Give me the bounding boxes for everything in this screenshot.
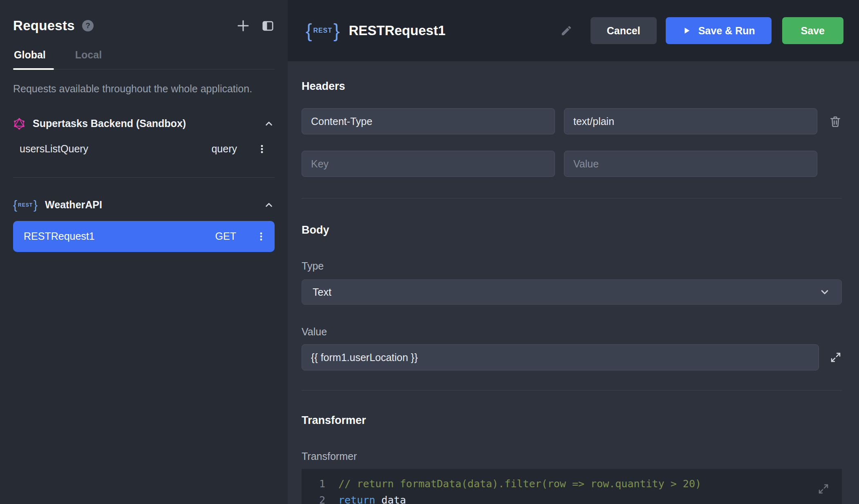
group-name: WeatherAPI — [45, 199, 256, 211]
body-value-row — [302, 344, 842, 370]
tab-local[interactable]: Local — [74, 49, 104, 69]
add-request-icon[interactable] — [236, 18, 251, 33]
request-title: RESTRequest1 — [349, 23, 445, 38]
header-value-input[interactable] — [564, 108, 817, 134]
transformer-section-title: Transformer — [302, 414, 842, 427]
header-key-input[interactable] — [302, 108, 555, 134]
chevron-up-icon[interactable] — [263, 118, 275, 129]
kebab-menu-icon[interactable] — [256, 231, 266, 242]
group-header-supertasks-backend[interactable]: Supertasks Backend (Sandbox) — [13, 118, 275, 130]
body-type-label: Type — [302, 260, 842, 272]
request-editor-content: Headers Body Type — [288, 61, 859, 504]
request-editor: {REST} RESTRequest1 Cancel Save & Run Sa… — [288, 0, 859, 504]
requests-panel: Requests ? Global Local Requests availab… — [0, 0, 288, 504]
rest-icon: {REST} — [306, 21, 340, 40]
sidebar-divider — [13, 177, 275, 178]
panel-toggle-icon[interactable] — [261, 19, 275, 33]
code-comment: // return formatData(data).filter(row =>… — [338, 478, 701, 490]
section-divider — [302, 198, 842, 198]
edit-icon[interactable] — [560, 25, 573, 37]
body-section-title: Body — [302, 224, 842, 236]
body-type-select[interactable]: Text — [302, 279, 842, 305]
expand-icon[interactable] — [830, 351, 842, 364]
request-type-badge: GET — [215, 230, 236, 242]
header-key-input[interactable] — [302, 151, 555, 177]
cancel-button[interactable]: Cancel — [591, 17, 657, 44]
play-icon — [682, 26, 691, 35]
save-button[interactable]: Save — [782, 17, 843, 44]
panel-title: Requests — [13, 18, 75, 33]
request-item-restrequest1[interactable]: RESTRequest1 GET — [13, 221, 275, 252]
save-and-run-label: Save & Run — [698, 25, 755, 37]
request-name: RESTRequest1 — [24, 230, 95, 242]
expand-icon[interactable] — [817, 483, 830, 495]
code-line: 1 // return formatData(data).filter(row … — [302, 475, 842, 492]
body-value-input[interactable] — [302, 344, 819, 370]
group-name: Supertasks Backend (Sandbox) — [33, 118, 256, 129]
body-value-label: Value — [302, 326, 842, 338]
rest-icon: {REST} — [13, 199, 38, 211]
code-text: return data — [338, 494, 406, 504]
header-row — [302, 151, 842, 177]
request-name: usersListQuery — [20, 143, 88, 155]
delete-header-icon[interactable] — [829, 115, 842, 128]
chevron-down-icon — [819, 286, 831, 298]
scope-tabs: Global Local — [13, 49, 275, 69]
help-icon[interactable]: ? — [82, 20, 94, 31]
section-divider — [302, 390, 842, 390]
request-item-userslistquery[interactable]: usersListQuery query — [13, 135, 275, 163]
request-type-badge: query — [211, 143, 237, 155]
app-root: Requests ? Global Local Requests availab… — [0, 0, 859, 504]
headers-section-title: Headers — [302, 80, 842, 93]
tab-global[interactable]: Global — [13, 49, 48, 69]
graphql-icon — [13, 118, 25, 130]
panel-header: Requests ? — [13, 18, 275, 33]
header-row — [302, 108, 842, 134]
transformer-label: Transformer — [302, 450, 842, 462]
code-line: 2 return data — [302, 492, 842, 504]
line-number: 1 — [302, 478, 338, 490]
kebab-menu-icon[interactable] — [257, 144, 267, 154]
chevron-up-icon[interactable] — [263, 199, 275, 211]
group-header-weatherapi[interactable]: {REST} WeatherAPI — [13, 199, 275, 211]
request-header-bar: {REST} RESTRequest1 Cancel Save & Run Sa… — [288, 0, 859, 61]
transformer-code-editor[interactable]: 1 // return formatData(data).filter(row … — [302, 469, 842, 504]
panel-description: Requests available throughout the whole … — [13, 82, 275, 96]
save-and-run-button[interactable]: Save & Run — [666, 17, 772, 44]
header-value-input[interactable] — [564, 151, 817, 177]
body-type-value: Text — [313, 286, 331, 298]
line-number: 2 — [302, 494, 338, 504]
